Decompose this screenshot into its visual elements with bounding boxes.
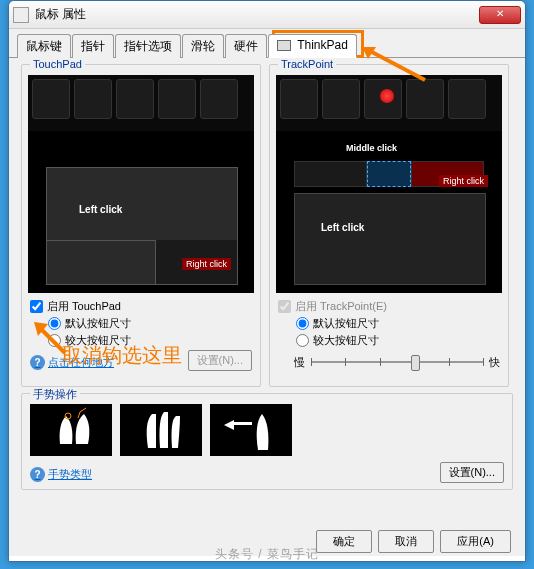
gesture-help-link[interactable]: ? 手势类型	[30, 467, 92, 482]
apply-button[interactable]: 应用(A)	[440, 530, 511, 553]
tab-mouse-keys[interactable]: 鼠标键	[17, 34, 71, 58]
right-click-label: Right click	[182, 258, 231, 270]
trackpoint-group-title: TrackPoint	[278, 58, 336, 70]
help-icon: ?	[30, 355, 45, 370]
gesture-group: 手势操作 ? 手势类型 设置(N)...	[21, 393, 513, 490]
middle-click-label: Middle click	[346, 143, 397, 153]
touchpad-preview: Left click Right click	[28, 75, 254, 293]
gesture-group-title: 手势操作	[30, 387, 80, 402]
mouse-icon	[13, 7, 29, 23]
trackpoint-speed-slider[interactable]	[311, 352, 483, 372]
titlebar: 鼠标 属性 ✕	[9, 1, 525, 29]
enable-trackpoint-checkbox[interactable]	[278, 300, 291, 313]
svg-point-0	[65, 413, 71, 419]
watermark: 头条号 / 菜鸟手记	[215, 546, 319, 563]
enable-trackpoint-row[interactable]: 启用 TrackPoint(E)	[278, 299, 500, 314]
ok-button[interactable]: 确定	[316, 530, 372, 553]
mouse-properties-dialog: 鼠标 属性 ✕ 鼠标键 指针 指针选项 滑轮 硬件 ThinkPad Touch…	[8, 0, 526, 562]
trackpoint-middle-button	[367, 161, 411, 187]
touchpad-group-title: TouchPad	[30, 58, 85, 70]
help-icon: ?	[30, 467, 45, 482]
left-click-label: Left click	[79, 204, 122, 215]
trackpoint-right-click-label: Right click	[439, 175, 488, 187]
enable-touchpad-checkbox[interactable]	[30, 300, 43, 313]
cancel-button[interactable]: 取消	[378, 530, 434, 553]
gesture-three-finger	[120, 404, 202, 456]
trackpoint-default-size-radio[interactable]	[296, 317, 309, 330]
touchpad-group: TouchPad Left click Right click	[21, 64, 261, 387]
tab-wheel[interactable]: 滑轮	[182, 34, 224, 58]
trackpoint-nub	[380, 89, 394, 103]
gesture-swipe-left	[210, 404, 292, 456]
touchpad-surface: Left click Right click	[46, 167, 238, 285]
dialog-button-row: 确定 取消 应用(A)	[316, 530, 511, 553]
trackpoint-preview: Middle click Right click Left click	[276, 75, 502, 293]
enable-touchpad-row[interactable]: 启用 TouchPad	[30, 299, 252, 314]
tab-content: TouchPad Left click Right click	[9, 58, 525, 556]
touchpad-large-size-radio[interactable]	[48, 334, 61, 347]
tab-bar: 鼠标键 指针 指针选项 滑轮 硬件 ThinkPad	[9, 29, 525, 58]
computer-icon	[277, 40, 291, 51]
trackpoint-left-button	[294, 161, 367, 187]
trackpoint-left-click-label: Left click	[321, 222, 364, 233]
trackpoint-group: TrackPoint Middle click Right click	[269, 64, 509, 387]
trackpoint-large-size-radio[interactable]	[296, 334, 309, 347]
tab-pointer[interactable]: 指针	[72, 34, 114, 58]
gesture-pinch	[30, 404, 112, 456]
slow-label: 慢	[294, 355, 305, 370]
touchpad-settings-button[interactable]: 设置(N)...	[188, 350, 252, 371]
tab-pointer-options[interactable]: 指针选项	[115, 34, 181, 58]
touchpad-default-size-radio[interactable]	[48, 317, 61, 330]
tab-hardware[interactable]: 硬件	[225, 34, 267, 58]
window-title: 鼠标 属性	[35, 6, 479, 23]
tab-thinkpad[interactable]: ThinkPad	[268, 34, 357, 58]
fast-label: 快	[489, 355, 500, 370]
close-button[interactable]: ✕	[479, 6, 521, 24]
touchpad-help-link[interactable]: ? 点击任何地方	[30, 355, 114, 370]
gesture-settings-button[interactable]: 设置(N)...	[440, 462, 504, 483]
